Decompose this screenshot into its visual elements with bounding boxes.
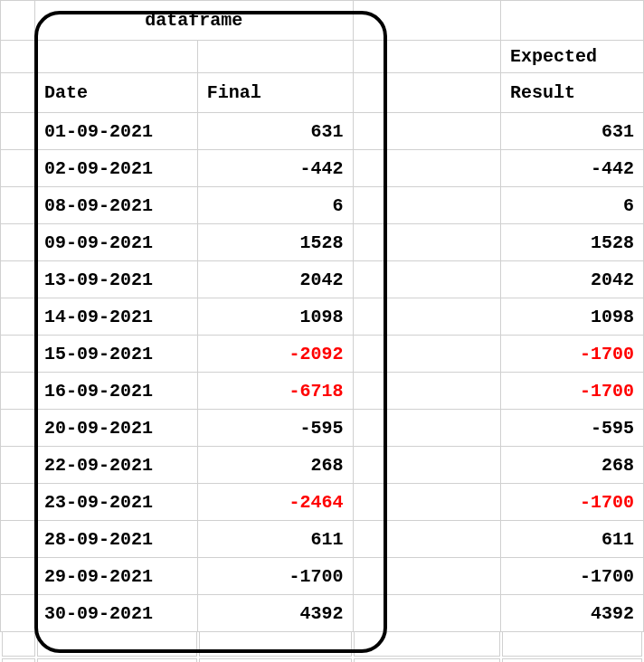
cell-final: 631 [197, 113, 353, 150]
cell-result: 4392 [501, 595, 644, 632]
cell-result: 1528 [501, 224, 644, 261]
table-row: 14-09-202110981098 [1, 298, 644, 336]
cell-date: 02-09-2021 [34, 150, 197, 187]
table-row: 13-09-202120422042 [1, 261, 644, 298]
cell-date: 28-09-2021 [34, 521, 197, 558]
cell-date: 22-09-2021 [34, 447, 197, 484]
cell-result: -442 [501, 150, 644, 187]
cell-date: 15-09-2021 [34, 336, 197, 373]
cell-result: -595 [501, 410, 644, 447]
header-date: Date [34, 73, 197, 113]
cell-final: 2042 [197, 261, 353, 298]
table-row: 30-09-202143924392 [1, 595, 644, 632]
header-result: Result [501, 73, 644, 113]
cell-date: 29-09-2021 [34, 558, 197, 595]
cell-result: -1700 [501, 336, 644, 373]
cell-date: 20-09-2021 [34, 410, 197, 447]
cell-date: 14-09-2021 [34, 298, 197, 336]
table-row: 28-09-2021611611 [1, 521, 644, 558]
cell-final: -1700 [197, 558, 353, 595]
cell-result: 268 [501, 447, 644, 484]
cell-result: 631 [501, 113, 644, 150]
cell-final: -2092 [197, 336, 353, 373]
cell-final: 6 [197, 187, 353, 224]
table-row: 20-09-2021-595-595 [1, 410, 644, 447]
cell-date: 01-09-2021 [34, 113, 197, 150]
cell-final: 611 [197, 521, 353, 558]
cell-result: 1098 [501, 298, 644, 336]
cell-result: -1700 [501, 558, 644, 595]
cell-date: 30-09-2021 [34, 595, 197, 632]
header-final: Final [197, 73, 353, 113]
table-row: 01-09-2021631631 [1, 113, 644, 150]
cell-final: -595 [197, 410, 353, 447]
table-row: 09-09-202115281528 [1, 224, 644, 261]
table-row: 23-09-2021-2464-1700 [1, 484, 644, 521]
table-row: 16-09-2021-6718-1700 [1, 373, 644, 410]
table-row: 02-09-2021-442-442 [1, 150, 644, 187]
header-expected: Expected [501, 41, 644, 73]
cell-date: 23-09-2021 [34, 484, 197, 521]
table-row: 29-09-2021-1700-1700 [1, 558, 644, 595]
data-table: dataframe Expected Date Final Result 01-… [0, 0, 644, 632]
table-row: 22-09-2021268268 [1, 447, 644, 484]
cell-final: 4392 [197, 595, 353, 632]
cell-date: 09-09-2021 [34, 224, 197, 261]
cell-final: 1528 [197, 224, 353, 261]
cell-final: -2464 [197, 484, 353, 521]
cell-date: 13-09-2021 [34, 261, 197, 298]
frame-title: dataframe [34, 1, 353, 41]
cell-final: 1098 [197, 298, 353, 336]
cell-result: 611 [501, 521, 644, 558]
cell-date: 16-09-2021 [34, 373, 197, 410]
table-row: 15-09-2021-2092-1700 [1, 336, 644, 373]
cell-final: -442 [197, 150, 353, 187]
table-row: 08-09-202166 [1, 187, 644, 224]
cell-date: 08-09-2021 [34, 187, 197, 224]
cell-final: -6718 [197, 373, 353, 410]
cell-result: 2042 [501, 261, 644, 298]
cell-result: -1700 [501, 373, 644, 410]
cell-final: 268 [197, 447, 353, 484]
cell-result: -1700 [501, 484, 644, 521]
cell-result: 6 [501, 187, 644, 224]
